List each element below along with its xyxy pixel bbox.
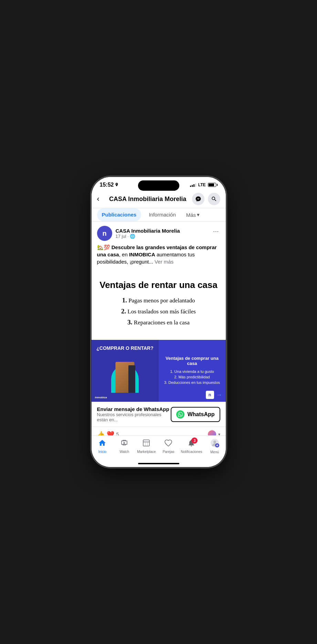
signal-bars [190, 183, 196, 187]
reactions-left: 👍 ❤️ 5 [97, 431, 119, 435]
whatsapp-cta: Enviar mensaje de WhatsApp Nuestros serv… [92, 402, 226, 426]
page-title: CASA Inmobiliaria Morelia [104, 196, 192, 203]
list-item: 2. Los traslados son más fáciles [98, 308, 219, 315]
nav-marketplace[interactable]: Marketplace [137, 439, 156, 454]
menu-icon [210, 438, 219, 449]
status-right: LTE [190, 182, 218, 187]
nav-watch[interactable]: Watch [115, 439, 134, 454]
svg-rect-1 [143, 440, 149, 446]
header-icons [192, 193, 220, 205]
nav-notif-label: Notificaciones [181, 450, 202, 454]
post-meta: 17 jul · 🌐 [116, 234, 180, 239]
tab-more[interactable]: Más ▾ [183, 208, 202, 221]
marketplace-icon [142, 439, 150, 449]
item-text: Reparaciones en la casa [134, 319, 190, 326]
list-item: 2. Más predictibilidad [164, 375, 220, 379]
nav-menu[interactable]: Menú [205, 438, 224, 454]
svg-point-3 [213, 441, 216, 443]
reactions-right: ▾ [207, 430, 220, 435]
post-card: n CASA Inmobiliaria Morelia 17 jul · 🌐 ·… [92, 222, 226, 435]
home-bar [138, 463, 179, 464]
avatar-menu-svg [210, 438, 219, 447]
list-item: 3. Deducciones en tus impuestos [164, 380, 220, 385]
notch [138, 180, 179, 191]
content-scroll[interactable]: n CASA Inmobiliaria Morelia 17 jul · 🌐 ·… [92, 222, 226, 435]
status-time: 15:52 [100, 182, 119, 188]
nav-home[interactable]: Inicio [93, 439, 112, 454]
chevron-down-icon: ▾ [197, 212, 200, 218]
signal-bar-4 [195, 184, 196, 187]
battery-body [208, 183, 216, 187]
notification-badge: 3 [191, 437, 198, 444]
home-svg [98, 439, 106, 447]
heart-emoji: ❤️ [107, 431, 114, 435]
nav-notificaciones[interactable]: 3 Notificaciones [181, 439, 202, 454]
messenger-icon [195, 196, 201, 202]
search-icon [211, 196, 217, 202]
infographic-list: 1. Pagas menos por adelantado 2. Los tra… [98, 297, 219, 326]
nav-menu-label: Menú [210, 450, 219, 454]
post-date: 17 jul · 🌐 [116, 234, 136, 239]
signal-bar-3 [193, 184, 194, 187]
whatsapp-icon [176, 410, 184, 419]
battery-tip [217, 184, 218, 186]
whatsapp-button-label: WhatsApp [187, 411, 214, 418]
carousel-next-button[interactable]: → [216, 391, 222, 399]
carousel-area: ¿COMPRAR O RENTAR? inmobica Ventajas de … [92, 340, 226, 402]
reactions-dropdown-icon[interactable]: ▾ [218, 432, 220, 435]
post-infographic: Ventajas de rentar una casa 1. Pagas men… [92, 269, 226, 340]
whatsapp-button[interactable]: WhatsApp [171, 407, 220, 422]
battery-indicator [208, 183, 218, 187]
lte-indicator: LTE [198, 182, 206, 187]
commenter-avatar [207, 430, 217, 435]
parejas-icon [164, 439, 172, 449]
post-text: 🏡💯 Descubre las grandes ventajas de comp… [92, 244, 226, 269]
item-num: 3. [127, 319, 132, 326]
notification-container: 3 [187, 439, 196, 449]
home-indicator [92, 461, 226, 467]
bottom-nav: Inicio Watch [92, 435, 226, 461]
phone-screen: 15:52 LTE [92, 177, 226, 467]
item-text: Pagas menos por adelantado [128, 297, 195, 304]
fb-header: ‹ CASA Inmobiliaria Morelia [92, 190, 226, 208]
see-more-link[interactable]: Ver más [155, 259, 173, 265]
carousel-left-title: ¿COMPRAR O RENTAR? [96, 345, 153, 351]
marketplace-svg [142, 439, 150, 447]
infographic-title: Ventajas de rentar una casa [98, 280, 219, 290]
tabs-bar: Publicaciones Información Más ▾ [92, 208, 226, 222]
like-emoji: 👍 [97, 431, 105, 435]
carousel-right-title: Ventajas de comprar una casa [164, 356, 220, 366]
more-options-button[interactable]: ··· [212, 226, 220, 236]
post-author-info: n CASA Inmobiliaria Morelia 17 jul · 🌐 [97, 226, 180, 241]
item-num: 1. [122, 297, 127, 304]
post-header: n CASA Inmobiliaria Morelia 17 jul · 🌐 ·… [92, 222, 226, 244]
svg-marker-0 [124, 442, 125, 444]
nav-marketplace-label: Marketplace [137, 450, 156, 454]
list-item: 1. Una vivienda a tu gusto [164, 369, 220, 374]
reactions-row: 👍 ❤️ 5 ▾ [92, 426, 226, 435]
carousel-right: Ventajas de comprar una casa 1. Una vivi… [159, 340, 226, 402]
cta-subtitle: Nuestros servicios profesionales están e… [97, 412, 171, 422]
cta-title: Enviar mensaje de WhatsApp [97, 406, 171, 412]
nav-home-label: Inicio [98, 450, 106, 454]
nav-parejas-label: Parejas [162, 450, 174, 454]
location-icon [115, 183, 118, 187]
tab-informacion[interactable]: Información [144, 208, 180, 221]
phone-frame: 15:52 LTE [92, 177, 226, 467]
item-num: 2. [121, 308, 126, 315]
signal-bar-2 [192, 185, 193, 187]
back-button[interactable]: ‹ [97, 195, 99, 203]
nav-parejas[interactable]: Parejas [159, 439, 178, 454]
cta-text-area: Enviar mensaje de WhatsApp Nuestros serv… [97, 406, 171, 422]
item-text: Los traslados son más fáciles [128, 308, 196, 315]
home-icon [98, 439, 106, 449]
search-button[interactable] [208, 193, 220, 205]
list-item: 1. Pagas menos por adelantado [98, 297, 219, 304]
nav-watch-label: Watch [119, 450, 129, 454]
author-details: CASA Inmobiliaria Morelia 17 jul · 🌐 [116, 228, 180, 239]
tab-publicaciones[interactable]: Publicaciones [97, 208, 141, 221]
messenger-button[interactable] [192, 193, 204, 205]
time-display: 15:52 [100, 182, 114, 188]
tab-more-label: Más [186, 212, 196, 218]
inmobica-icon-right: n [206, 391, 214, 399]
